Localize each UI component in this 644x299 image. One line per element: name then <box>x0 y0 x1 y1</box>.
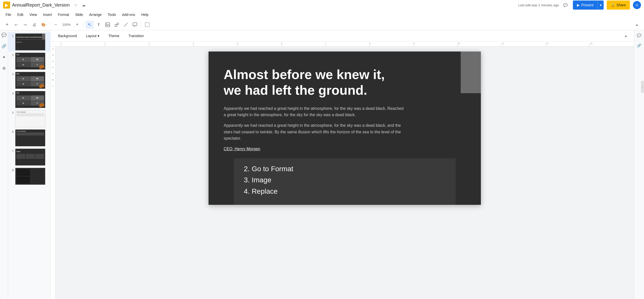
image-tool-button[interactable] <box>104 21 112 29</box>
svg-point-1 <box>106 23 107 24</box>
slide-item-3[interactable]: 3 SWOT Overview S W O T <box>8 71 50 90</box>
add-slide-button[interactable]: + <box>3 21 11 29</box>
slide-canvas[interactable]: Almost before we knew it, we had left th… <box>209 52 481 205</box>
slide-ceo-link[interactable]: CEO, Henry Morgen <box>224 147 466 151</box>
present-dropdown[interactable]: ▾ <box>598 1 604 10</box>
menu-bar: File Edit View Insert Format Slide Arran… <box>0 10 644 19</box>
slide-number-2: 2 <box>10 54 14 57</box>
links-panel-icon[interactable]: 🔗 <box>2 43 7 48</box>
menu-addons[interactable]: Add-ons <box>120 12 138 18</box>
shapes-tool-button[interactable] <box>113 21 121 29</box>
vertical-ruler: 1 2 3 4 5 6 7 <box>50 46 55 299</box>
share-label: Share <box>617 3 626 7</box>
share-button[interactable]: 🔒 Share <box>607 1 630 10</box>
main-area: Background Layout ▾ Theme Transition ▲ 1… <box>50 30 634 299</box>
canvas-row: 1 2 3 4 5 6 7 Almost before we knew it, … <box>50 46 634 299</box>
present-button[interactable]: ▶ Present <box>573 1 597 10</box>
svg-rect-0 <box>106 23 110 27</box>
slide-icons-panel: 💬 🔗 ✦ ⚙ <box>0 30 8 299</box>
slide-body-paragraph-2[interactable]: Apparently we had reached a great height… <box>224 122 405 142</box>
text-tool-button[interactable]: T <box>95 21 103 29</box>
explore-panel-icon[interactable]: ⚙ <box>2 66 7 71</box>
layout-label: Layout <box>86 34 97 38</box>
popup-overlay: 2. Go to Format 3. Image 4. Replace <box>234 158 456 205</box>
menu-edit[interactable]: Edit <box>15 12 26 18</box>
slide-number-8: 8 <box>10 169 14 172</box>
slide-main-content: Almost before we knew it, we had left th… <box>209 52 481 161</box>
popup-item-3: 4. Replace <box>244 186 446 197</box>
panel-resize-handle[interactable]: › <box>641 81 644 93</box>
star-icon[interactable]: ☆ <box>73 2 79 8</box>
svg-rect-6 <box>145 23 149 27</box>
menu-slide[interactable]: Slide <box>73 12 85 18</box>
right-comments-icon[interactable]: 💬 <box>636 32 642 38</box>
paint-format-button[interactable]: 🎨 <box>39 21 47 29</box>
slide-number-6: 6 <box>10 130 14 133</box>
slide-main-title[interactable]: Almost before we knew it, we had left th… <box>224 67 400 98</box>
menu-view[interactable]: View <box>27 12 40 18</box>
slide-item-6[interactable]: 6 Financial Highlights <box>8 128 50 147</box>
slide-number-5: 5 <box>10 111 14 114</box>
present-chevron: ▾ <box>600 3 602 7</box>
slide-number-1: 1 <box>10 34 14 37</box>
app-icon: ▶ <box>3 2 10 9</box>
background-button[interactable]: Background <box>54 32 80 39</box>
slide-thumb-6: Financial Highlights <box>15 129 45 146</box>
comment-tool-button[interactable] <box>131 21 139 29</box>
title-bar: ▶ AnnualReport_Dark_Version ☆ ☁ Last edi… <box>0 0 644 10</box>
layout-button[interactable]: Layout ▾ <box>82 32 103 39</box>
menu-arrange[interactable]: Arrange <box>86 12 104 18</box>
animations-panel-icon[interactable]: ✦ <box>2 55 7 60</box>
menu-help[interactable]: Help <box>139 12 151 18</box>
slide-body-paragraph-1[interactable]: Apparently we had reached a great height… <box>224 105 405 118</box>
doc-title: AnnualReport_Dark_Version <box>12 3 70 8</box>
right-links-icon[interactable]: 🔗 <box>636 42 642 48</box>
svg-point-3 <box>117 23 119 24</box>
slide-item-7[interactable]: 7 Team <box>8 147 50 167</box>
line-tool-button[interactable] <box>122 21 130 29</box>
select-box-button[interactable] <box>143 21 151 29</box>
slides-panel: 1 Almost before we knew it, we had left … <box>8 30 50 299</box>
slide-thumb-2: SWOT Overview S W O T <box>15 53 45 70</box>
title-icons: ☆ ☁ <box>73 2 87 8</box>
svg-rect-5 <box>133 23 137 26</box>
slide-item-5[interactable]: 5 Financial Highlights <box>8 109 50 128</box>
collapse-toolbar-button[interactable]: ▲ <box>633 21 641 29</box>
last-edit-text: Last edit was 2 minutes ago <box>518 3 559 7</box>
zoom-out-button[interactable]: − <box>52 21 60 29</box>
slide-number-7: 7 <box>10 150 14 153</box>
zoom-in-button[interactable]: + <box>73 21 81 29</box>
separator-2 <box>83 22 83 28</box>
cursor-tool-button[interactable]: ↖ <box>85 21 94 29</box>
slide-toolbar-left: Background Layout ▾ Theme Transition <box>54 32 147 39</box>
slide-item-2[interactable]: 2 SWOT Overview S W O T <box>8 52 50 71</box>
menu-tools[interactable]: Tools <box>105 12 119 18</box>
print-button[interactable]: 🖨 <box>30 21 38 29</box>
cloud-icon[interactable]: ☁ <box>81 2 87 8</box>
slide-number-4: 4 <box>10 92 14 95</box>
user-avatar[interactable]: U <box>633 1 641 9</box>
comments-icon-btn[interactable]: 💬 <box>561 1 570 10</box>
slide-thumb-3: SWOT Overview S W O T <box>15 72 45 89</box>
redo-button[interactable]: ↪ <box>21 21 29 29</box>
slide-item-1[interactable]: 1 Almost before we knew it, we had left … <box>8 32 50 52</box>
comments-panel-icon[interactable]: 💬 <box>2 32 7 37</box>
menu-insert[interactable]: Insert <box>41 12 54 18</box>
popup-item-1: 2. Go to Format <box>244 163 446 175</box>
slide-thumb-8 <box>15 168 45 185</box>
svg-line-4 <box>124 23 128 27</box>
slide-thumb-1: Almost before we knew it, we had left th… <box>15 33 45 51</box>
undo-button[interactable]: ↩ <box>12 21 20 29</box>
layout-chevron: ▾ <box>98 34 99 38</box>
separator-1 <box>49 22 50 28</box>
right-panel: 💬 🔗 › <box>634 30 644 299</box>
title-right-actions: 💬 ▶ Present ▾ 🔒 Share U <box>561 1 641 10</box>
theme-button[interactable]: Theme <box>105 32 123 39</box>
menu-format[interactable]: Format <box>55 12 72 18</box>
menu-file[interactable]: File <box>3 12 14 18</box>
collapse-slide-toolbar-button[interactable]: ▲ <box>622 32 630 40</box>
transition-button[interactable]: Transition <box>125 32 147 39</box>
slide-item-4[interactable]: 4 SWOT Overview S W O T <box>8 90 50 109</box>
present-icon: ▶ <box>577 3 580 7</box>
slide-item-8[interactable]: 8 <box>8 167 50 186</box>
